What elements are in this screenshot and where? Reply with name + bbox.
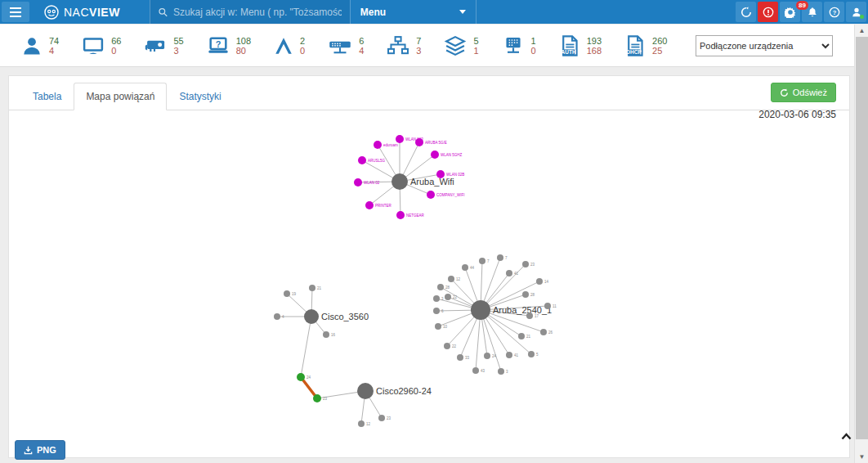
stat-item[interactable]: 553 bbox=[133, 32, 195, 60]
menu-dropdown[interactable]: Menu bbox=[350, 0, 477, 24]
stat-primary-value: 2 bbox=[300, 36, 305, 46]
tab-tabela[interactable]: Tabela bbox=[20, 83, 74, 110]
graph-node-b14[interactable] bbox=[526, 312, 533, 319]
graph-node-b1[interactable] bbox=[479, 258, 485, 264]
user-account-button[interactable] bbox=[846, 2, 866, 22]
stat-secondary-value: 80 bbox=[236, 46, 251, 56]
graph-node-aruba_wifi[interactable] bbox=[391, 173, 408, 190]
graph-node-b18[interactable] bbox=[444, 343, 450, 349]
hamburger-menu-button[interactable] bbox=[2, 2, 29, 22]
alerts-button[interactable] bbox=[758, 2, 778, 22]
graph-node-b21[interactable] bbox=[506, 352, 512, 358]
scroll-to-top-button[interactable] bbox=[839, 429, 853, 443]
graph-node-b6[interactable] bbox=[448, 276, 454, 282]
nacview-logo[interactable]: NACVIEW bbox=[29, 0, 132, 24]
graph-node-b16[interactable] bbox=[540, 329, 547, 335]
last-refresh-timestamp: 2020-03-06 09:35 bbox=[758, 109, 836, 120]
stat-item[interactable]: 744 bbox=[10, 32, 70, 60]
graph-node-g2[interactable] bbox=[313, 394, 321, 402]
graph-node-a10[interactable] bbox=[396, 211, 405, 219]
graph-node-a2[interactable] bbox=[415, 138, 423, 146]
stat-secondary-value: 4 bbox=[359, 46, 364, 56]
chevron-down-icon bbox=[459, 10, 466, 14]
graph-node-aruba2540[interactable] bbox=[471, 300, 490, 320]
graph-node-d2[interactable] bbox=[378, 415, 385, 421]
graph-node-d1[interactable] bbox=[358, 420, 365, 427]
graph-node-a9[interactable] bbox=[365, 201, 374, 209]
layers-icon bbox=[444, 35, 467, 56]
graph-node-b12[interactable] bbox=[544, 303, 551, 309]
graph-node-b2[interactable] bbox=[497, 254, 503, 261]
graph-node-a3[interactable] bbox=[374, 141, 382, 149]
graph-node-b13[interactable] bbox=[433, 308, 440, 314]
graph-node-b4[interactable] bbox=[462, 264, 468, 271]
stat-item[interactable]: 64 bbox=[316, 32, 375, 60]
device-filter: Podłączone urządzenia bbox=[696, 35, 833, 56]
switch-icon bbox=[328, 35, 352, 56]
stat-secondary-value: 1 bbox=[473, 46, 478, 56]
graph-node-b10[interactable] bbox=[433, 295, 440, 302]
graph-node-b19[interactable] bbox=[528, 351, 535, 357]
graph-node-b5[interactable] bbox=[506, 270, 512, 276]
graph-node-b22[interactable] bbox=[484, 353, 490, 359]
graph-node-b24[interactable] bbox=[498, 368, 504, 375]
scrollbar-up-arrow[interactable]: ▲ bbox=[855, 25, 868, 37]
stat-item[interactable]: 51 bbox=[432, 32, 490, 60]
graph-node-cisco3560[interactable] bbox=[304, 309, 319, 324]
stat-item[interactable]: 660 bbox=[70, 32, 132, 60]
stat-primary-value: 108 bbox=[236, 36, 251, 46]
graph-node-c4[interactable] bbox=[323, 331, 329, 338]
stat-values: 10 bbox=[531, 36, 536, 56]
graph-node-b15[interactable] bbox=[435, 323, 441, 330]
graph-node-c2[interactable] bbox=[284, 290, 290, 297]
graph-node-b23[interactable] bbox=[472, 367, 479, 374]
graph-node-a4[interactable] bbox=[431, 151, 439, 159]
history-button[interactable] bbox=[736, 2, 756, 22]
tab-statystyki[interactable]: Statystyki bbox=[167, 83, 233, 110]
auth-log-icon: AUTH bbox=[559, 34, 580, 57]
graph-node-b20[interactable] bbox=[457, 354, 463, 361]
graph-node-c1[interactable] bbox=[309, 285, 315, 291]
graph-node-b17[interactable] bbox=[518, 333, 525, 339]
graph-node-a6[interactable] bbox=[436, 170, 445, 178]
stat-item[interactable]: 20 bbox=[262, 32, 316, 60]
chevron-up-icon bbox=[841, 433, 852, 440]
stat-values: 660 bbox=[111, 36, 121, 56]
help-button[interactable]: ? bbox=[824, 2, 844, 22]
graph-node-a5[interactable] bbox=[358, 156, 366, 164]
scrollbar-thumb[interactable] bbox=[856, 37, 868, 439]
graph-node-cisco2960[interactable] bbox=[357, 383, 374, 399]
graph-node-a8[interactable] bbox=[427, 191, 435, 199]
stat-primary-value: 193 bbox=[587, 36, 602, 46]
graph-node-a7[interactable] bbox=[354, 178, 362, 187]
alert-icon bbox=[763, 7, 774, 18]
notifications-button[interactable]: 89 bbox=[802, 2, 822, 22]
graph-node-b7[interactable] bbox=[536, 278, 543, 285]
download-png-button[interactable]: PNG bbox=[15, 440, 65, 460]
stat-secondary-value: 0 bbox=[531, 46, 536, 56]
hamburger-icon bbox=[10, 7, 21, 17]
stat-values: 26025 bbox=[652, 36, 667, 56]
stat-item[interactable]: DHCP26025 bbox=[613, 32, 678, 60]
stat-primary-value: 5 bbox=[473, 36, 478, 46]
scrollbar-down-arrow[interactable]: ▼ bbox=[855, 451, 868, 463]
tab-mapa-powi-za-[interactable]: Mapa powiązań bbox=[74, 83, 167, 110]
svg-text:?: ? bbox=[215, 38, 221, 48]
vertical-scrollbar[interactable]: ▲ ▼ bbox=[854, 25, 868, 463]
graph-node-a1[interactable] bbox=[396, 135, 404, 143]
stat-item[interactable]: ?10880 bbox=[195, 32, 262, 60]
device-filter-select[interactable]: Podłączone urządzenia bbox=[696, 35, 833, 56]
graph-node-b11[interactable] bbox=[445, 294, 451, 300]
graph-node-b3[interactable] bbox=[522, 261, 529, 267]
svg-text:?: ? bbox=[832, 8, 836, 16]
online-status-dot bbox=[860, 15, 864, 19]
stat-item[interactable]: 10 bbox=[490, 32, 548, 60]
graph-node-b8[interactable] bbox=[437, 284, 444, 290]
stat-item[interactable]: AUTH193168 bbox=[548, 32, 613, 60]
graph-node-c3[interactable] bbox=[274, 313, 280, 320]
search-input[interactable] bbox=[173, 7, 342, 18]
graph-node-g1[interactable] bbox=[297, 373, 305, 381]
graph-node-b9[interactable] bbox=[522, 291, 529, 298]
stat-item[interactable]: 73 bbox=[375, 32, 432, 60]
refresh-button[interactable]: Odśwież bbox=[771, 83, 836, 102]
